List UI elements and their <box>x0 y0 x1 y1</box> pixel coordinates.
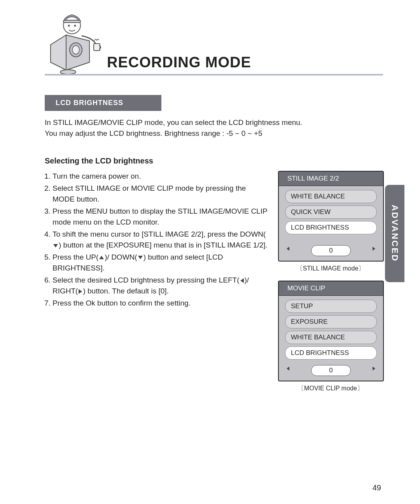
menu-item: EXPOSURE <box>285 315 377 328</box>
step-4a: To shift the menu cursor to [STILL IMAGE… <box>52 230 266 238</box>
step-1: Turn the camera power on. <box>52 171 269 182</box>
page-number: 49 <box>373 483 381 492</box>
up-arrow-icon <box>99 256 104 259</box>
right-arrow-icon <box>79 289 82 294</box>
caption-text: MOVIE CLIP mode <box>304 385 357 392</box>
screen-caption: 〔MOVIE CLIP mode〕 <box>278 385 383 393</box>
lcd-screen-still-image: STILL IMAGE 2/2 WHITE BALANCE QUICK VIEW… <box>278 171 384 262</box>
menu-item: WHITE BALANCE <box>285 190 377 203</box>
menu-item-selected: LCD BRIGHTNESS <box>285 346 377 360</box>
down-arrow-icon <box>138 256 143 259</box>
menu-item: WHITE BALANCE <box>285 331 377 344</box>
step-7: Press the Ok button to confirm the setti… <box>52 298 269 309</box>
subheading: Selecting the LCD brightness <box>45 156 383 165</box>
step-4b: ) button at the [EXPOSURE] menu that is … <box>59 241 268 249</box>
svg-point-1 <box>72 46 79 54</box>
page-header: RECORDING MODE <box>45 12 383 76</box>
svg-point-4 <box>68 25 70 27</box>
left-arrow-icon <box>240 278 244 283</box>
steps-list: Turn the camera power on. Select STILL I… <box>45 171 278 393</box>
side-tab-advanced: ADVANCED <box>385 185 404 282</box>
step-5a: Press the UP( <box>52 253 98 261</box>
step-6: Select the desired LCD brightness by pre… <box>52 275 269 297</box>
value-pill: 0 <box>311 245 351 256</box>
menu-item: QUICK VIEW <box>285 205 377 219</box>
step-3: Press the MENU button to display the STI… <box>52 206 269 228</box>
intro-line-2: You may adjust the LCD brightness. Brigh… <box>45 128 383 139</box>
lcd-title: MOVIE CLIP <box>279 281 383 296</box>
intro-line-1: In STILL IMAGE/MOVIE CLIP mode, you can … <box>45 117 383 128</box>
step-6c: ) button. The default is [0]. <box>83 287 168 295</box>
svg-point-5 <box>74 25 76 27</box>
menu-item-selected: LCD BRIGHTNESS <box>285 221 377 234</box>
svg-rect-6 <box>94 44 100 51</box>
step-4: To shift the menu cursor to [STILL IMAGE… <box>52 229 269 251</box>
menu-item: SETUP <box>285 300 377 313</box>
svg-point-7 <box>60 70 76 74</box>
screen-caption: 〔STILL IMAGE mode〕 <box>278 265 383 273</box>
step-5b: )/ DOWN( <box>105 253 137 261</box>
down-arrow-icon <box>53 244 58 248</box>
caption-text: STILL IMAGE mode <box>303 265 359 272</box>
step-2: Select STILL IMAGE or MOVIE CLIP mode by… <box>52 183 269 205</box>
lcd-screen-movie-clip: MOVIE CLIP SETUP EXPOSURE WHITE BALANCE … <box>278 281 384 381</box>
step-6a: Select the desired LCD brightness by pre… <box>52 276 240 284</box>
value-pill: 0 <box>311 365 351 376</box>
svg-rect-3 <box>63 20 80 23</box>
intro-text: In STILL IMAGE/MOVIE CLIP mode, you can … <box>45 117 383 139</box>
lcd-title: STILL IMAGE 2/2 <box>279 172 383 186</box>
section-heading: LCD BRIGHTNESS <box>45 95 161 111</box>
page-title: RECORDING MODE <box>107 54 251 71</box>
mascot-illustration <box>45 8 103 76</box>
step-5: Press the UP()/ DOWN() button and select… <box>52 252 269 274</box>
